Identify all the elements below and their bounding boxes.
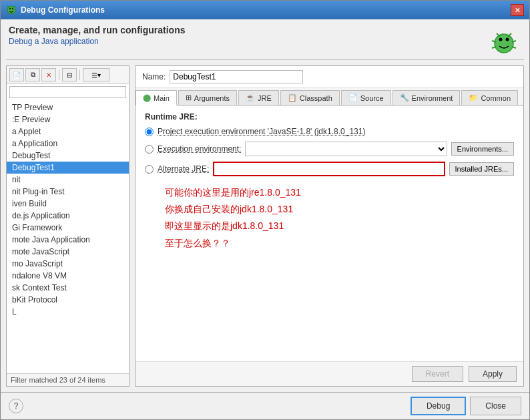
common-tab-label: Common [481, 94, 511, 102]
installed-jres-button[interactable]: Installed JREs... [449, 162, 514, 176]
bug-icon [487, 25, 521, 59]
annotation-line4: 至于怎么换？？ [165, 235, 514, 252]
source-tab-icon: 📄 [348, 93, 358, 102]
config-name-row: Name: [136, 66, 523, 88]
main-window: Debug Configurations ✕ Create, manage, a… [0, 0, 530, 420]
header-title: Create, manage, and run configurations [9, 25, 186, 35]
classpath-tab-icon: 📋 [288, 93, 297, 102]
tab-jre[interactable]: ☕ JRE [238, 90, 279, 105]
list-item[interactable]: nit Plug-in Test [7, 186, 129, 198]
svg-point-1 [9, 8, 11, 9]
tab-environment[interactable]: 🔧 Environment [392, 90, 461, 105]
left-panel-toolbar: 📄 ⧉ ✕ ⊟ ☰▾ [7, 66, 129, 84]
right-panel: Name: ⬤ Main ⊞ Arguments ☕ JRE 📋 [135, 65, 524, 387]
alt-jre-row: Alternate JRE: Installed JREs... [145, 162, 514, 176]
tab-classpath[interactable]: 📋 Classpath [280, 90, 340, 105]
left-panel: 📄 ⧉ ✕ ⊟ ☰▾ TP Preview :E Preview a Apple… [6, 65, 129, 387]
list-item[interactable]: a Application [7, 138, 129, 150]
header-subtitle: Debug a Java application [9, 37, 186, 46]
list-item[interactable]: ndalone V8 VM [7, 270, 129, 282]
tab-main[interactable]: ⬤ Main [136, 90, 177, 106]
new-config-button[interactable]: 📄 [9, 68, 24, 81]
arguments-tab-label: Arguments [194, 94, 230, 102]
tabs-row: ⬤ Main ⊞ Arguments ☕ JRE 📋 Classpath 📄 [136, 88, 523, 106]
exec-env-dropdown[interactable] [245, 142, 447, 156]
bottom-buttons: Revert Apply [136, 361, 523, 386]
help-button[interactable]: ? [9, 399, 23, 413]
main-tab-label: Main [154, 94, 170, 102]
tab-content: Runtime JRE: Project execution environme… [136, 106, 523, 361]
name-label: Name: [142, 72, 166, 81]
list-item[interactable]: :E Preview [7, 114, 129, 126]
alt-jre-input[interactable] [213, 162, 445, 176]
list-item[interactable]: mote Java Application [7, 234, 129, 246]
close-window-button[interactable]: ✕ [511, 4, 524, 16]
svg-point-6 [499, 38, 503, 41]
settings-button[interactable]: ☰▾ [83, 68, 109, 81]
classpath-tab-label: Classpath [300, 94, 332, 102]
main-tab-icon: ⬤ [143, 93, 151, 102]
runtime-jre-label: Runtime JRE: [145, 112, 514, 122]
tab-arguments[interactable]: ⊞ Arguments [178, 90, 237, 105]
list-item[interactable]: iven Build [7, 198, 129, 210]
annotation-line2: 你换成自己安装的jdk1.8.0_131 [165, 201, 514, 218]
debug-button[interactable]: Debug [411, 397, 466, 415]
debug-icon [6, 5, 17, 15]
svg-point-2 [12, 8, 13, 9]
header-section: Create, manage, and run configurations D… [1, 19, 529, 59]
svg-point-5 [495, 34, 513, 53]
list-item[interactable]: a Applet [7, 126, 129, 138]
exec-env-radio[interactable] [145, 145, 154, 154]
svg-line-3 [7, 6, 9, 7]
window-title: Debug Configurations [21, 5, 105, 15]
annotation-line3: 即这里显示的是jdk1.8.0_131 [165, 218, 514, 234]
annotation-block: 可能你的这里是用的jre1.8.0_131 你换成自己安装的jdk1.8.0_1… [165, 184, 514, 252]
list-item[interactable]: Gi Framework [7, 222, 129, 234]
jre-tab-icon: ☕ [246, 93, 255, 102]
list-item[interactable]: mote JavaScript [7, 246, 129, 258]
alt-jre-radio[interactable] [145, 165, 154, 174]
list-item[interactable]: bKit Protocol [7, 294, 129, 306]
title-bar-buttons: ✕ [511, 4, 524, 16]
config-name-input[interactable] [170, 70, 303, 83]
revert-button[interactable]: Revert [412, 366, 463, 382]
close-button[interactable]: Close [470, 397, 521, 415]
duplicate-config-button[interactable]: ⧉ [25, 68, 40, 81]
search-input[interactable] [9, 86, 126, 98]
title-bar-left: Debug Configurations [6, 5, 105, 15]
list-item-selected[interactable]: DebugTest1 [7, 162, 129, 174]
list-item[interactable]: nit [7, 174, 129, 186]
environments-button[interactable]: Environments... [451, 142, 514, 156]
source-tab-label: Source [360, 94, 384, 102]
svg-line-4 [14, 6, 15, 7]
annotation-line1: 可能你的这里是用的jre1.8.0_131 [165, 184, 514, 201]
main-content: 📄 ⧉ ✕ ⊟ ☰▾ TP Preview :E Preview a Apple… [1, 60, 529, 392]
environment-tab-label: Environment [412, 94, 453, 102]
toolbar-separator [59, 69, 59, 80]
list-item[interactable]: de.js Application [7, 210, 129, 222]
list-item[interactable]: L [7, 306, 129, 318]
list-item[interactable]: DebugTest [7, 150, 129, 162]
project-exec-row: Project execution environment 'JavaSE-1.… [145, 127, 514, 136]
jre-tab-label: JRE [258, 94, 272, 102]
title-bar: Debug Configurations ✕ [1, 1, 529, 19]
exec-env-row: Execution environment: Environments... [145, 142, 514, 156]
arguments-tab-icon: ⊞ [186, 93, 192, 102]
list-item[interactable]: sk Context Test [7, 282, 129, 294]
tree-list: TP Preview :E Preview a Applet a Applica… [7, 100, 129, 373]
project-exec-radio[interactable] [145, 128, 154, 136]
collapse-button[interactable]: ⊟ [62, 68, 77, 81]
project-exec-label: Project execution environment 'JavaSE-1.… [158, 127, 365, 136]
filter-status: Filter matched 23 of 24 items [7, 373, 129, 386]
alt-jre-label: Alternate JRE: [158, 164, 209, 174]
list-item[interactable]: mo JavaScript [7, 258, 129, 270]
common-tab-icon: 📁 [469, 93, 478, 102]
environment-tab-icon: 🔧 [400, 93, 409, 102]
footer-buttons: Debug Close [411, 397, 521, 415]
tab-common[interactable]: 📁 Common [461, 90, 518, 105]
delete-config-button[interactable]: ✕ [41, 68, 56, 81]
tab-source[interactable]: 📄 Source [341, 90, 391, 105]
exec-env-label: Execution environment: [158, 144, 241, 154]
apply-button[interactable]: Apply [469, 366, 517, 382]
list-item[interactable]: TP Preview [7, 101, 129, 114]
